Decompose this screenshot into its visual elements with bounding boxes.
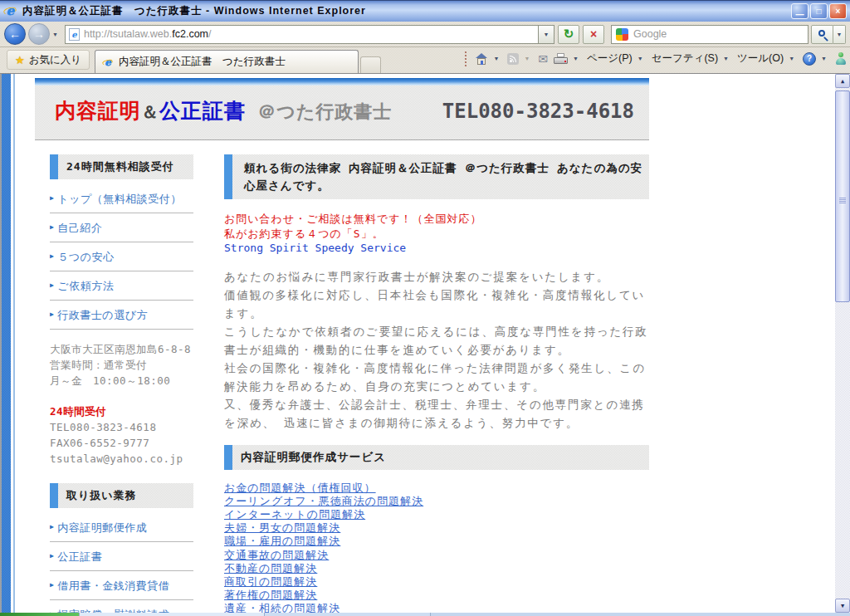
- link-arrow-icon: ▶: [50, 194, 54, 202]
- link-arrow-icon: ▶: [50, 223, 54, 231]
- help-icon: ?: [803, 52, 816, 66]
- services-section-header: 内容証明郵便作成サービス: [224, 445, 649, 470]
- sidebar-link[interactable]: ▶ トップ（無料相談受付）: [50, 184, 193, 213]
- intro-header: 頼れる街の法律家 内容証明＆公正証書 ＠つた行政書士 あなたの為の安心屋さんです…: [224, 154, 649, 199]
- paragraph: 価値観の多様化に対応し、日本社会も国際化・複雑化・高度情報化しています。: [224, 286, 649, 322]
- search-options-caret[interactable]: ▼: [833, 25, 846, 44]
- new-tab-button[interactable]: [360, 56, 381, 73]
- forward-button[interactable]: →: [28, 23, 50, 45]
- service-link[interactable]: 著作権の問題解決: [224, 589, 649, 602]
- window-title: 内容証明＆公正証書 つた行政書士 - Windows Internet Expl…: [22, 4, 791, 18]
- site-title: 内容証明＆公正証書 ＠つた行政書士: [55, 97, 392, 125]
- service-link[interactable]: 遺産・相続の問題解決: [224, 602, 649, 613]
- address-bar[interactable]: e http://tsutalaw.web.fc2.com/: [65, 25, 539, 44]
- stop-icon: ×: [590, 27, 597, 41]
- paragraph: 又、優秀な弁護士、公認会計士、税理士、弁理士、その他専門家との連携を深め、 迅速…: [224, 395, 649, 432]
- paragraph: こうしたなかで依頼者のご要望に応えるには、高度な専門性を持った行政書士が組織的・…: [224, 322, 649, 359]
- service-link[interactable]: 職場・雇用の問題解決: [224, 535, 649, 548]
- link-arrow-icon: ▶: [50, 610, 54, 613]
- browser-window: e 内容証明＆公正証書 つた行政書士 - Windows Internet Ex…: [0, 0, 850, 616]
- service-links: お金の問題解決（債権回収） クーリングオフ・悪徳商法の問題解決 インターネットの…: [224, 482, 649, 614]
- link-arrow-icon: ▶: [50, 281, 54, 289]
- google-logo-icon: [616, 28, 628, 41]
- office-hours-1: 営業時間：通常受付: [50, 357, 193, 373]
- sidebar-link[interactable]: ▶ 内容証明郵便作成: [50, 513, 193, 542]
- service-link[interactable]: インターネットの問題解決: [224, 508, 649, 521]
- help-button[interactable]: ? ▼: [803, 52, 829, 66]
- print-button[interactable]: ▼: [554, 53, 581, 64]
- sidebar-link[interactable]: ▶ 借用書・金銭消費貸借: [50, 571, 193, 600]
- url-prefix: http://tsutalaw.web.: [84, 28, 172, 40]
- messenger-button[interactable]: [835, 52, 847, 65]
- section-accent-bar: [224, 154, 232, 199]
- sidebar-link[interactable]: ▶ 損害賠償・慰謝料請求: [50, 600, 193, 613]
- search-box[interactable]: [611, 25, 808, 44]
- main-content: 頼れる街の法律家 内容証明＆公正証書 ＠つた行政書士 あなたの為の安心屋さんです…: [224, 154, 649, 613]
- link-arrow-icon: ▶: [50, 252, 54, 260]
- start-button-edge[interactable]: [0, 613, 79, 616]
- history-caret-icon[interactable]: ▼: [52, 32, 58, 37]
- contact-fax: FAX06-6552-9777: [50, 435, 193, 451]
- paragraph: あなたのお悩みに専門家行政書士が解決案のご提案をいたします。: [224, 267, 649, 286]
- promo-line-2: 私がお約束する４つの「S」。: [224, 227, 649, 242]
- sidebar-link[interactable]: ▶ 行政書士の選び方: [50, 301, 193, 330]
- search-button[interactable]: [811, 25, 833, 44]
- link-arrow-icon: ▶: [50, 523, 54, 530]
- scroll-down-icon: ▼: [841, 603, 844, 609]
- link-arrow-icon: ▶: [50, 581, 54, 589]
- search-input[interactable]: [633, 28, 804, 40]
- tab-active[interactable]: e 内容証明＆公正証書 つた行政書士: [95, 50, 359, 73]
- vertical-scrollbar[interactable]: ▲ ▼: [835, 74, 850, 613]
- scroll-up-icon: ▲: [841, 78, 844, 85]
- service-link[interactable]: 交通事故の問題解決: [224, 549, 649, 562]
- service-link[interactable]: お金の問題解決（債権回収）: [224, 482, 649, 495]
- service-link[interactable]: クーリングオフ・悪徳商法の問題解決: [224, 495, 649, 508]
- taskbar-edge-rest: [430, 613, 850, 616]
- restore-button[interactable]: □: [810, 3, 828, 19]
- sidebar-nav-2: ▶ 内容証明郵便作成 ▶ 公正証書 ▶ 借用書・金銭消費貸借: [50, 513, 193, 613]
- refresh-icon: ↻: [564, 27, 574, 42]
- back-button[interactable]: ←: [4, 23, 26, 45]
- favorites-button[interactable]: ★ お気に入り: [7, 50, 90, 70]
- sidebar-link[interactable]: ▶ ５つの安心: [50, 242, 193, 271]
- header-gradient-bar: [35, 78, 649, 86]
- address-dropdown-button[interactable]: ▼: [539, 25, 554, 44]
- sidebar-section-header-1: 24時間無料相談受付: [50, 154, 193, 179]
- service-link[interactable]: 不動産の問題解決: [224, 562, 649, 575]
- promo-line-3: Strong Spirit Speedy Service: [224, 241, 649, 256]
- scroll-down-button[interactable]: ▼: [835, 599, 850, 613]
- address-toolbar: ← → ▼ e http://tsutalaw.web.fc2.com/ ▼ ↻…: [0, 22, 850, 47]
- page-content: 内容証明＆公正証書 ＠つた行政書士 TEL080-3823-4618 24時間無…: [35, 78, 649, 613]
- command-bar: ▼ ▼ ✉ ▼ ページ(P) ▼ セーフティ(S) ▼ ツール(O): [381, 47, 847, 73]
- refresh-button[interactable]: ↻: [558, 25, 579, 44]
- sidebar: 24時間無料相談受付 ▶ トップ（無料相談受付） ▶ 自己紹介: [50, 154, 193, 613]
- minimize-button[interactable]: —: [791, 3, 808, 19]
- sidebar-link[interactable]: ▶ 自己紹介: [50, 213, 193, 242]
- tab-bar: ★ お気に入り e 内容証明＆公正証書 つた行政書士 ▼ ▼ ✉ ▼: [0, 47, 850, 74]
- title-bar: e 内容証明＆公正証書 つた行政書士 - Windows Internet Ex…: [0, 0, 850, 22]
- contact-24h-label: 24時間受付: [50, 403, 193, 419]
- ie-logo-icon: e: [3, 4, 17, 18]
- service-link[interactable]: 商取引の問題解決: [224, 575, 649, 589]
- thumb-grip-icon: [839, 198, 846, 203]
- read-mail-button[interactable]: ✉: [538, 52, 548, 66]
- taskbar-item-edge[interactable]: [79, 613, 264, 616]
- stop-button[interactable]: ×: [583, 25, 604, 44]
- scrollbar-thumb[interactable]: [835, 90, 850, 302]
- sidebar-section-header-2: 取り扱い業務: [50, 483, 193, 508]
- taskbar-item-edge[interactable]: [264, 613, 430, 616]
- close-button[interactable]: ×: [829, 3, 847, 19]
- sidebar-link[interactable]: ▶ ご依頼方法: [50, 271, 193, 301]
- page-favicon-icon: e: [69, 28, 80, 41]
- mail-icon: ✉: [538, 52, 548, 66]
- link-arrow-icon: ▶: [50, 310, 54, 318]
- service-link[interactable]: 夫婦・男女の問題解決: [224, 521, 649, 535]
- page-menu-button[interactable]: ページ(P) ▼: [587, 51, 646, 66]
- home-button[interactable]: ▼: [475, 53, 501, 65]
- scroll-up-button[interactable]: ▲: [835, 74, 850, 88]
- contact-info: 大阪市大正区南恩加島6-8-8 営業時間：通常受付 月～金 10:00～18:0…: [50, 341, 193, 467]
- tools-menu-button[interactable]: ツール(O) ▼: [737, 51, 797, 66]
- sidebar-link[interactable]: ▶ 公正証書: [50, 542, 193, 571]
- safety-menu-button[interactable]: セーフティ(S) ▼: [652, 51, 731, 66]
- feeds-button[interactable]: ▼: [507, 53, 532, 65]
